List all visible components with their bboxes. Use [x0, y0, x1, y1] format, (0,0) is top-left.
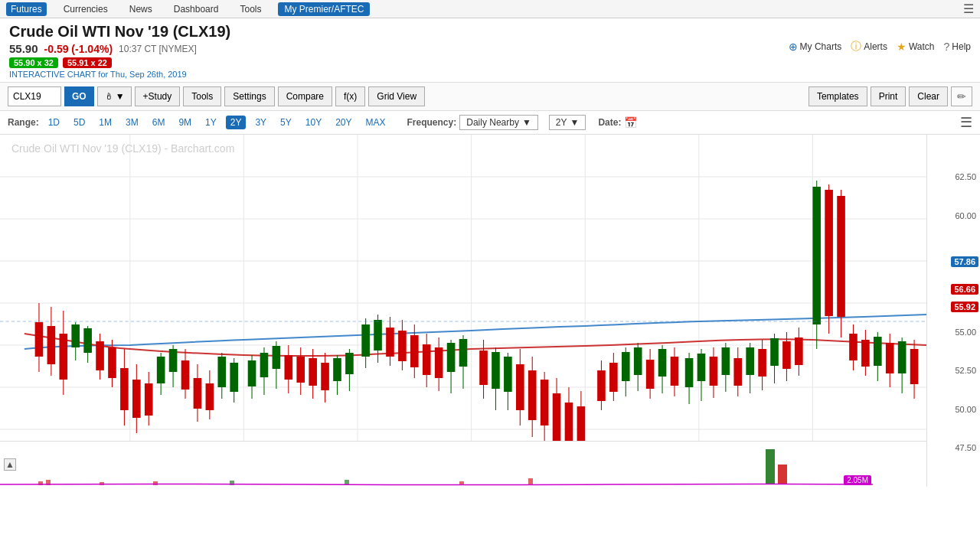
price-main: 55.90	[9, 42, 38, 55]
print-button[interactable]: Print	[871, 86, 906, 106]
svg-rect-64	[333, 358, 341, 381]
svg-rect-114	[658, 349, 667, 377]
range-5y[interactable]: 5Y	[276, 116, 296, 129]
price-change: -0.59 (-1.04%)	[44, 43, 113, 55]
svg-rect-60	[309, 358, 317, 386]
period-dropdown-icon: ▼	[570, 117, 580, 128]
svg-rect-110	[634, 347, 642, 375]
pencil-button[interactable]: ✏	[951, 86, 972, 106]
svg-rect-34	[145, 383, 153, 416]
range-1d[interactable]: 1D	[44, 116, 64, 129]
compare-button[interactable]: Compare	[278, 86, 332, 106]
svg-rect-88	[492, 352, 500, 389]
volume-area: ▲ 2.05M	[0, 441, 926, 487]
range-label: Range:	[8, 117, 39, 128]
fx-button[interactable]: f(x)	[335, 86, 365, 106]
volume-svg	[0, 442, 926, 487]
collapse-volume-button[interactable]: ▲	[4, 458, 16, 471]
svg-rect-18	[47, 326, 56, 364]
nav-currencies[interactable]: Currencies	[59, 2, 113, 16]
clear-button[interactable]: Clear	[909, 86, 948, 106]
svg-rect-144	[849, 334, 858, 360]
range-3m[interactable]: 3M	[121, 116, 143, 129]
range-10y[interactable]: 10Y	[301, 116, 326, 129]
svg-rect-70	[374, 320, 382, 350]
calendar-icon[interactable]: 📅	[624, 116, 637, 129]
svg-rect-42	[194, 378, 202, 409]
header-section: Crude Oil WTI Nov '19 (CLX19) 55.90 -0.5…	[0, 18, 980, 83]
frequency-section: Frequency: Daily Nearby ▼	[407, 115, 538, 130]
range-right: ☰	[960, 114, 972, 131]
chart-main: Crude Oil WTI Nov '19 (CLX19) - Barchart…	[0, 135, 926, 487]
svg-rect-136	[795, 337, 803, 365]
chart-title: Crude Oil WTI Nov '19 (CLX19) - Barchart…	[11, 142, 234, 155]
range-bar: Range: 1D 5D 1M 3M 6M 9M 1Y 2Y 3Y 5Y 10Y…	[0, 111, 980, 135]
nav-news[interactable]: News	[125, 2, 157, 16]
svg-rect-116	[671, 357, 679, 386]
range-1m[interactable]: 1M	[94, 116, 116, 129]
interactive-label: INTERACTIVE CHART for Thu, Sep 26th, 201…	[9, 70, 812, 79]
svg-rect-46	[217, 357, 226, 387]
nav-futures[interactable]: Futures	[6, 2, 47, 16]
range-1y[interactable]: 1Y	[201, 116, 221, 129]
svg-rect-138	[812, 187, 821, 324]
svg-rect-157	[778, 465, 787, 484]
nav-tools[interactable]: Tools	[235, 2, 266, 16]
y-axis: 62.50 60.00 57.86 56.66 55.92 55.00 52.5…	[926, 135, 980, 487]
svg-rect-104	[597, 370, 606, 401]
my-charts-button[interactable]: ⊕ My Charts	[789, 41, 842, 53]
y-label-5000: 50.00	[955, 405, 976, 414]
symbol-input[interactable]	[8, 86, 61, 106]
study-button[interactable]: +Study	[135, 86, 181, 106]
svg-rect-142	[837, 196, 845, 317]
svg-rect-56	[284, 355, 292, 380]
period-select[interactable]: 2Y ▼	[549, 115, 586, 130]
watch-button[interactable]: ★ Watch	[897, 41, 935, 53]
hamburger-icon[interactable]: ☰	[960, 114, 972, 131]
date-label: Date:	[598, 117, 621, 128]
svg-rect-74	[398, 331, 407, 361]
settings-button[interactable]: Settings	[224, 86, 274, 106]
chart-type-button[interactable]: 🕯 ▼	[97, 86, 132, 106]
svg-rect-90	[504, 357, 512, 392]
svg-rect-30	[120, 368, 129, 410]
help-button[interactable]: ? Help	[944, 41, 971, 53]
gridview-button[interactable]: Grid View	[368, 86, 425, 106]
instrument-title: Crude Oil WTI Nov '19 (CLX19)	[9, 23, 812, 41]
menu-icon[interactable]: ☰	[963, 2, 974, 16]
go-button[interactable]: GO	[64, 86, 94, 106]
y-label-6250: 62.50	[955, 172, 976, 181]
price-time: 10:37 CT [NYMEX]	[119, 44, 197, 54]
range-20y[interactable]: 20Y	[331, 116, 356, 129]
svg-rect-118	[685, 358, 694, 387]
nav-premier[interactable]: My Premier/AFTEC	[278, 2, 370, 16]
svg-rect-84	[459, 339, 468, 367]
svg-rect-124	[722, 347, 730, 375]
nav-dashboard[interactable]: Dashboard	[169, 2, 224, 16]
date-section: Date: 📅	[598, 116, 637, 129]
tools-button[interactable]: Tools	[183, 86, 221, 106]
range-6m[interactable]: 6M	[148, 116, 170, 129]
svg-rect-146	[861, 340, 870, 367]
range-5d[interactable]: 5D	[69, 116, 90, 129]
svg-rect-140	[825, 190, 833, 316]
svg-rect-38	[169, 349, 178, 372]
range-3y[interactable]: 3Y	[250, 116, 271, 129]
range-max[interactable]: MAX	[361, 116, 390, 129]
svg-rect-26	[96, 341, 104, 370]
frequency-select[interactable]: Daily Nearby ▼	[459, 115, 538, 130]
svg-rect-20	[59, 334, 67, 380]
svg-rect-50	[248, 360, 256, 386]
templates-button[interactable]: Templates	[808, 86, 867, 106]
range-9m[interactable]: 9M	[174, 116, 196, 129]
svg-rect-92	[516, 364, 524, 410]
y-label-4750: 47.50	[955, 443, 976, 452]
svg-rect-24	[83, 328, 92, 353]
y-label-5250: 52.50	[955, 366, 976, 375]
svg-rect-126	[733, 358, 742, 386]
range-2y[interactable]: 2Y	[226, 116, 247, 129]
toolbar-right: Templates Print Clear ✏	[808, 86, 972, 106]
alerts-button[interactable]: ⓘ Alerts	[851, 40, 887, 54]
svg-rect-94	[528, 370, 537, 420]
svg-rect-152	[898, 341, 906, 373]
